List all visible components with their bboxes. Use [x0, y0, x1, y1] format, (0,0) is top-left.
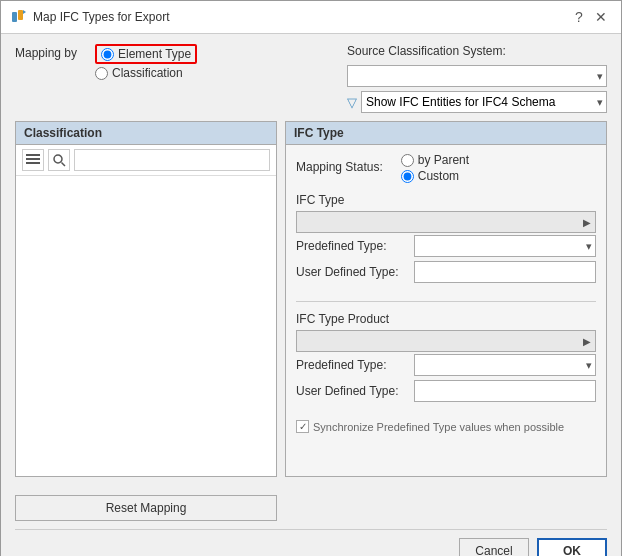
source-section: Source Classification System: ▾ ▽ Show I…	[347, 44, 607, 113]
userdef-row-2: User Defined Type:	[296, 380, 596, 402]
left-panel-header: Classification	[16, 122, 276, 145]
search-button[interactable]	[48, 149, 70, 171]
ifc-type-arrow: ▶	[583, 217, 591, 228]
predefined-type-select-2[interactable]	[414, 354, 596, 376]
bottom-row: Reset Mapping	[15, 495, 607, 521]
mapping-radio-group: Element Type Classification	[95, 44, 197, 80]
ms-by-parent-label: by Parent	[418, 153, 469, 167]
userdef-label-2: User Defined Type:	[296, 384, 406, 398]
list-icon	[26, 153, 40, 167]
sync-label: Synchronize Predefined Type values when …	[313, 421, 564, 433]
top-row: Mapping by Element Type Classification S…	[15, 44, 607, 113]
left-toolbar	[16, 145, 276, 176]
cancel-button[interactable]: Cancel	[459, 538, 529, 556]
svg-marker-2	[23, 10, 26, 14]
mapping-status-options: by Parent Custom	[401, 153, 469, 183]
source-combo[interactable]	[347, 65, 607, 87]
radio-classification[interactable]: Classification	[95, 66, 197, 80]
bottom-buttons: Cancel OK	[15, 529, 607, 556]
radio-element-type-input[interactable]	[101, 48, 114, 61]
userdef-row-1: User Defined Type:	[296, 261, 596, 283]
search-icon	[52, 153, 66, 167]
predef-row-1: Predefined Type: ▾	[296, 235, 596, 257]
ms-custom[interactable]: Custom	[401, 169, 469, 183]
dialog: Map IFC Types for Export ? ✕ Mapping by …	[0, 0, 622, 556]
ifc-type-title: IFC Type	[296, 193, 596, 207]
ifc-type-product-section: IFC Type Product ▶ Predefined Type: ▾	[296, 312, 596, 406]
source-label: Source Classification System:	[347, 44, 607, 58]
radio-classification-label: Classification	[112, 66, 183, 80]
mapping-label: Mapping by	[15, 46, 85, 60]
filter-icon: ▽	[347, 95, 357, 110]
title-bar-left: Map IFC Types for Export	[11, 9, 170, 25]
ok-button[interactable]: OK	[537, 538, 607, 556]
ifc-type-section: IFC Type ▶ Predefined Type: ▾	[296, 193, 596, 287]
right-panel: IFC Type Mapping Status: by Parent	[285, 121, 607, 477]
sync-checkbox[interactable]: ✓	[296, 420, 309, 433]
right-content: Mapping Status: by Parent Custom	[286, 145, 606, 441]
ifc-type-product-arrow: ▶	[583, 336, 591, 347]
ifc-type-product-title: IFC Type Product	[296, 312, 596, 326]
svg-point-6	[54, 155, 62, 163]
filter-combo[interactable]: Show IFC Entities for IFC4 Schema	[361, 91, 607, 113]
predef-label-1: Predefined Type:	[296, 239, 406, 253]
left-panel: Classification	[15, 121, 277, 477]
close-button[interactable]: ✕	[591, 7, 611, 27]
mapping-status-row: Mapping Status: by Parent Custom	[296, 153, 596, 183]
ifc-type-product-combo[interactable]: ▶	[296, 330, 596, 352]
predefined-type-select-1[interactable]	[414, 235, 596, 257]
ms-custom-input[interactable]	[401, 170, 414, 183]
main-panels: Classification	[15, 121, 607, 477]
mapping-status-section: Mapping Status: by Parent Custom	[296, 153, 596, 183]
radio-element-type[interactable]: Element Type	[95, 44, 197, 64]
radio-classification-input[interactable]	[95, 67, 108, 80]
userdef-label-1: User Defined Type:	[296, 265, 406, 279]
svg-rect-5	[26, 162, 40, 164]
radio-element-type-label: Element Type	[118, 47, 191, 61]
user-defined-type-input-2[interactable]	[414, 380, 596, 402]
predef-row-2: Predefined Type: ▾	[296, 354, 596, 376]
user-defined-type-input-1[interactable]	[414, 261, 596, 283]
right-panel-header: IFC Type	[286, 122, 606, 145]
svg-rect-4	[26, 158, 40, 160]
ifc-type-combo[interactable]: ▶	[296, 211, 596, 233]
help-button[interactable]: ?	[569, 7, 589, 27]
title-buttons: ? ✕	[569, 7, 611, 27]
predef-label-2: Predefined Type:	[296, 358, 406, 372]
svg-line-7	[62, 163, 66, 167]
bottom-area: Reset Mapping Cancel OK	[1, 487, 621, 556]
filter-row: ▽ Show IFC Entities for IFC4 Schema ▾	[347, 91, 607, 113]
svg-rect-1	[18, 10, 23, 20]
dialog-body: Mapping by Element Type Classification S…	[1, 34, 621, 487]
ms-by-parent-input[interactable]	[401, 154, 414, 167]
search-input[interactable]	[74, 149, 270, 171]
title-bar: Map IFC Types for Export ? ✕	[1, 1, 621, 34]
mapping-status-label: Mapping Status:	[296, 160, 383, 174]
dialog-title: Map IFC Types for Export	[33, 10, 170, 24]
divider-1	[296, 301, 596, 302]
ms-by-parent[interactable]: by Parent	[401, 153, 469, 167]
sync-row: ✓ Synchronize Predefined Type values whe…	[296, 420, 596, 433]
svg-rect-0	[12, 12, 17, 22]
svg-rect-3	[26, 154, 40, 156]
map-icon	[11, 9, 27, 25]
left-content	[16, 176, 276, 476]
reset-mapping-button[interactable]: Reset Mapping	[15, 495, 277, 521]
list-view-button[interactable]	[22, 149, 44, 171]
ms-custom-label: Custom	[418, 169, 459, 183]
